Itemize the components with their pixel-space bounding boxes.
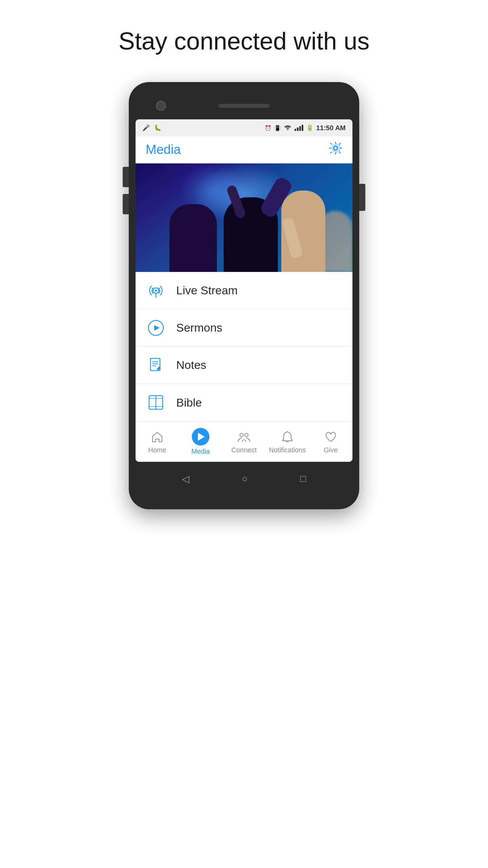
bible-icon xyxy=(146,392,166,413)
time-display: 11:50 AM xyxy=(316,124,346,132)
connect-nav-label: Connect xyxy=(231,446,257,454)
notifications-nav-label: Notifications xyxy=(269,446,306,454)
app-title: Media xyxy=(146,142,181,157)
notifications-nav-icon xyxy=(280,429,295,444)
bible-label: Bible xyxy=(176,396,202,409)
app-header: Media xyxy=(136,136,352,163)
phone-top xyxy=(136,92,352,119)
notes-label: Notes xyxy=(176,358,206,372)
status-left-icons: 🎤 🐛 xyxy=(142,124,161,132)
volume-down-button xyxy=(123,194,129,214)
nav-item-notifications[interactable]: Notifications xyxy=(266,421,309,462)
svg-point-0 xyxy=(287,129,288,130)
svg-point-13 xyxy=(245,433,248,437)
camera-lens xyxy=(156,101,166,111)
svg-point-3 xyxy=(155,290,157,292)
page-headline: Stay connected with us xyxy=(119,27,369,55)
menu-item-sermons[interactable]: Sermons xyxy=(136,309,352,347)
phone-screen: 🎤 🐛 ⏰ 📳 🔋 11:50 AM Med xyxy=(136,119,352,462)
hero-image xyxy=(136,163,352,272)
power-button xyxy=(359,184,365,211)
nav-item-give[interactable]: Give xyxy=(309,421,352,462)
media-nav-label: Media xyxy=(191,448,210,455)
live-stream-label: Live Stream xyxy=(176,284,238,297)
give-nav-icon xyxy=(323,429,338,444)
home-button[interactable]: ○ xyxy=(242,473,248,484)
play-icon xyxy=(146,318,166,338)
home-nav-icon xyxy=(150,429,165,444)
volume-up-button xyxy=(123,167,129,187)
home-nav-label: Home xyxy=(148,446,166,454)
nav-item-connect[interactable]: Connect xyxy=(222,421,266,462)
media-play-button[interactable] xyxy=(192,428,209,446)
nav-item-home[interactable]: Home xyxy=(136,421,179,462)
sermons-label: Sermons xyxy=(176,321,222,334)
alarm-icon: ⏰ xyxy=(265,125,271,131)
menu-item-notes[interactable]: Notes xyxy=(136,347,352,384)
bottom-nav: Home Media Connect xyxy=(136,421,352,462)
speaker-grille xyxy=(219,104,269,108)
svg-point-12 xyxy=(240,433,243,437)
debug-icon: 🐛 xyxy=(154,124,161,132)
phone-frame: 🎤 🐛 ⏰ 📳 🔋 11:50 AM Med xyxy=(129,82,359,509)
status-right-icons: ⏰ 📳 🔋 11:50 AM xyxy=(265,124,346,132)
svg-point-1 xyxy=(334,146,337,150)
connect-nav-icon xyxy=(237,429,251,444)
recents-button[interactable]: □ xyxy=(300,473,306,484)
give-nav-label: Give xyxy=(324,446,338,454)
signal-strength xyxy=(294,125,303,131)
livestream-icon xyxy=(146,280,166,301)
phone-hardware-nav: ◁ ○ □ xyxy=(136,465,352,492)
menu-list: Live Stream Sermons xyxy=(136,272,352,421)
back-button[interactable]: ◁ xyxy=(182,473,189,485)
settings-icon[interactable] xyxy=(329,141,342,158)
status-bar: 🎤 🐛 ⏰ 📳 🔋 11:50 AM xyxy=(136,119,352,136)
notes-icon xyxy=(146,355,166,375)
mic-icon: 🎤 xyxy=(142,124,150,132)
menu-item-live-stream[interactable]: Live Stream xyxy=(136,272,352,309)
vibrate-icon: 📳 xyxy=(274,125,281,131)
nav-item-media[interactable]: Media xyxy=(179,421,222,462)
wifi-icon xyxy=(284,124,292,132)
battery-icon: 🔋 xyxy=(306,124,313,132)
menu-item-bible[interactable]: Bible xyxy=(136,384,352,421)
